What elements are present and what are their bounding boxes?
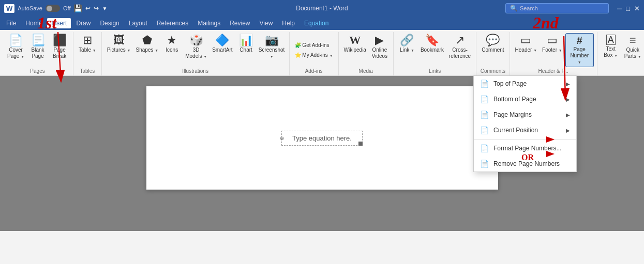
smartart-button[interactable]: 🔷 SmartArt bbox=[210, 33, 234, 55]
menu-home[interactable]: Home bbox=[21, 18, 46, 28]
word-logo: W bbox=[4, 4, 14, 13]
comment-icon: 💬 bbox=[486, 35, 500, 46]
menu-design[interactable]: Design bbox=[96, 18, 123, 28]
text-group-label bbox=[601, 73, 644, 75]
menu-file[interactable]: File bbox=[2, 18, 20, 28]
toggle-state-label: Off bbox=[63, 5, 70, 11]
search-box[interactable]: 🔍 Search bbox=[505, 3, 609, 13]
equation-placeholder: Type equation here. bbox=[292, 134, 352, 142]
comment-button[interactable]: 💬 Comment bbox=[480, 33, 506, 55]
maximize-button[interactable]: □ bbox=[626, 5, 630, 12]
customize-button[interactable]: ▼ bbox=[102, 6, 107, 11]
close-button[interactable]: ✕ bbox=[634, 5, 640, 12]
menu-help[interactable]: Help bbox=[278, 18, 299, 28]
online-videos-button[interactable]: ▶ OnlineVideos bbox=[369, 33, 390, 61]
text-box-button[interactable]: A TextBox ▼ bbox=[601, 33, 621, 60]
my-addins-button[interactable]: ⭐ My Add-ins ▼ bbox=[293, 51, 335, 59]
toggle-knob bbox=[47, 6, 52, 11]
bookmark-icon: 🔖 bbox=[425, 35, 439, 46]
menu-view[interactable]: View bbox=[256, 18, 277, 28]
get-addins-button[interactable]: 🧩 Get Add-ins bbox=[293, 41, 332, 49]
format-page-numbers-label: Format Page Numbers... bbox=[493, 145, 561, 152]
remove-page-numbers-label: Remove Page Numbers bbox=[493, 160, 560, 167]
page-number-button[interactable]: # PageNumber ▼ bbox=[565, 33, 594, 67]
bookmark-button[interactable]: 🔖 Bookmark bbox=[418, 33, 446, 55]
table-icon: ⊞ bbox=[83, 35, 92, 46]
menu-equation[interactable]: Equation bbox=[300, 18, 333, 28]
document-page: ⊕ Type equation here. bbox=[146, 86, 498, 190]
cover-page-button[interactable]: 📄 CoverPage ▼ bbox=[5, 33, 26, 61]
current-position-item[interactable]: 📄 Current Position ▶ bbox=[474, 122, 576, 138]
3d-models-button[interactable]: 🎲 3DModels ▼ bbox=[183, 33, 209, 61]
menu-mailings[interactable]: Mailings bbox=[193, 18, 224, 28]
blank-page-label: BlankPage bbox=[32, 47, 44, 59]
pictures-button[interactable]: 🖼 Pictures ▼ bbox=[105, 33, 133, 55]
equation-box[interactable]: ⊕ Type equation here. bbox=[281, 131, 363, 146]
screenshot-button[interactable]: 📷 Screenshot ▼ bbox=[258, 33, 286, 61]
table-button[interactable]: ⊞ Table ▼ bbox=[77, 33, 98, 55]
media-buttons: W Wikipedia ▶ OnlineVideos bbox=[342, 33, 390, 67]
menu-insert[interactable]: Insert bbox=[47, 18, 71, 28]
header-footer-buttons: ▭ Header ▼ ▭ Footer ▼ # PageNumber ▼ bbox=[513, 33, 594, 67]
quick-parts-button[interactable]: ≡ QuickParts ▼ bbox=[622, 33, 643, 61]
top-of-page-label: Top of Page bbox=[493, 80, 527, 87]
format-page-numbers-icon: 📄 bbox=[480, 144, 489, 152]
menu-review[interactable]: Review bbox=[226, 18, 254, 28]
top-of-page-arrow: ▶ bbox=[566, 81, 570, 87]
ribbon-group-text: A TextBox ▼ ≡ QuickParts ▼ A Word... bbox=[597, 32, 644, 75]
title-bar-center: Document1 - Word bbox=[217, 5, 426, 12]
cross-ref-button[interactable]: ↗ Cross-reference bbox=[447, 33, 473, 61]
links-group-label: Links bbox=[397, 67, 473, 75]
wikipedia-button[interactable]: W Wikipedia bbox=[342, 33, 368, 55]
format-page-numbers-item[interactable]: 📄 Format Page Numbers... bbox=[474, 141, 576, 156]
icons-button[interactable]: ★ Icons bbox=[161, 33, 182, 55]
table-label: Table ▼ bbox=[79, 47, 96, 53]
ribbon: 📄 CoverPage ▼ 📃 BlankPage ⬛ PageBreak Pa… bbox=[0, 30, 644, 76]
menu-draw[interactable]: Draw bbox=[72, 18, 95, 28]
document-title: Document1 - Word bbox=[296, 5, 348, 12]
undo-button[interactable]: ↩ bbox=[85, 5, 91, 12]
minimize-button[interactable]: ─ bbox=[617, 5, 622, 12]
redo-button[interactable]: ↪ bbox=[94, 5, 99, 12]
wikipedia-label: Wikipedia bbox=[344, 47, 366, 53]
menu-references[interactable]: References bbox=[153, 18, 192, 28]
chart-button[interactable]: 📊 Chart bbox=[236, 33, 257, 55]
autosave-toggle[interactable] bbox=[46, 5, 60, 12]
menu-bar: File Home Insert Draw Design Layout Refe… bbox=[0, 17, 644, 30]
remove-page-numbers-item[interactable]: 📄 Remove Page Numbers bbox=[474, 156, 576, 172]
comments-group-label: Comments bbox=[480, 67, 506, 75]
wikipedia-icon: W bbox=[349, 35, 361, 46]
link-button[interactable]: 🔗 Link ▼ bbox=[397, 33, 417, 55]
bottom-of-page-item[interactable]: 📄 Bottom of Page ▶ bbox=[474, 91, 576, 107]
chart-label: Chart bbox=[239, 47, 252, 53]
footer-button[interactable]: ▭ Footer ▼ bbox=[540, 33, 564, 55]
equation-handle-bottom-right[interactable] bbox=[358, 142, 363, 146]
links-buttons: 🔗 Link ▼ 🔖 Bookmark ↗ Cross-reference bbox=[397, 33, 473, 67]
bottom-of-page-arrow: ▶ bbox=[566, 97, 570, 102]
top-of-page-item[interactable]: 📄 Top of Page ▶ bbox=[474, 76, 576, 91]
header-button[interactable]: ▭ Header ▼ bbox=[513, 33, 540, 55]
online-videos-label: OnlineVideos bbox=[372, 47, 387, 59]
pages-buttons: 📄 CoverPage ▼ 📃 BlankPage ⬛ PageBreak bbox=[5, 33, 70, 67]
addins-group-label: Add-ins bbox=[293, 67, 335, 75]
screenshot-icon: 📷 bbox=[265, 35, 279, 46]
header-label: Header ▼ bbox=[515, 47, 537, 53]
footer-icon: ▭ bbox=[547, 35, 558, 46]
blank-page-button[interactable]: 📃 BlankPage bbox=[27, 33, 48, 61]
shapes-icon: ⬟ bbox=[142, 35, 152, 46]
search-icon: 🔍 bbox=[510, 5, 518, 12]
ribbon-group-pages: 📄 CoverPage ▼ 📃 BlankPage ⬛ PageBreak Pa… bbox=[2, 32, 73, 75]
ribbon-group-addins: 🧩 Get Add-ins ⭐ My Add-ins ▼ Add-ins bbox=[290, 32, 339, 75]
search-placeholder: Search bbox=[520, 5, 538, 11]
page-margins-item[interactable]: 📄 Page Margins ▶ bbox=[474, 107, 576, 122]
current-position-label: Current Position bbox=[493, 127, 538, 134]
ribbon-group-illustrations: 🖼 Pictures ▼ ⬟ Shapes ▼ ★ Icons 🎲 3DMode… bbox=[102, 32, 290, 75]
3d-models-icon: 🎲 bbox=[189, 35, 203, 46]
menu-layout[interactable]: Layout bbox=[125, 18, 152, 28]
page-break-button[interactable]: ⬛ PageBreak bbox=[49, 33, 70, 61]
pictures-label: Pictures ▼ bbox=[107, 47, 131, 53]
shapes-button[interactable]: ⬟ Shapes ▼ bbox=[134, 33, 161, 55]
chart-icon: 📊 bbox=[239, 35, 253, 46]
cross-ref-icon: ↗ bbox=[455, 35, 465, 46]
save-icon[interactable]: 💾 bbox=[73, 4, 82, 12]
